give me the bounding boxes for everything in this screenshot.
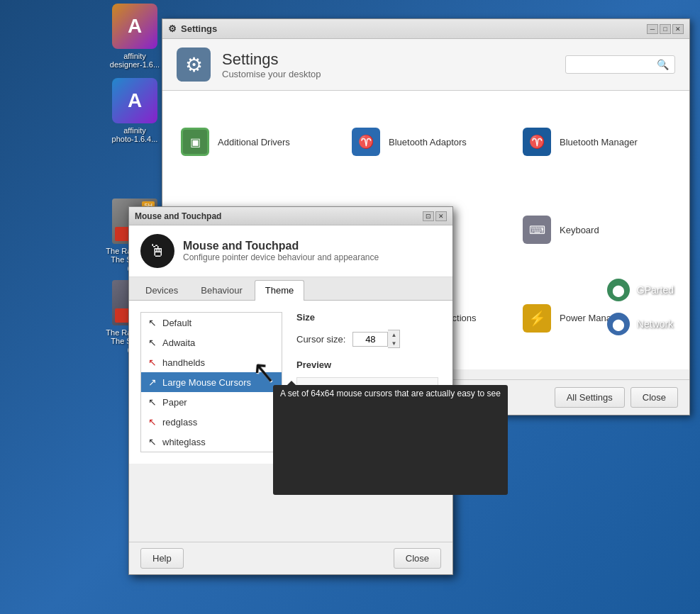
cursor-arrow-handhelds: ↖ xyxy=(148,357,157,368)
settings-title-icon: ⚙ xyxy=(168,23,177,34)
cursor-size-row: Cursor size: ▲ ▼ xyxy=(296,330,438,348)
mouse-win-controls: ⊡ ✕ xyxy=(423,211,447,221)
settings-item-additional-drivers[interactable]: ▣ Additional Drivers xyxy=(170,98,340,186)
cursor-arrow-large-mouse: ↗ xyxy=(148,376,157,388)
cursor-theme-redglass[interactable]: ↖ redglass xyxy=(141,412,282,432)
mouse-close-button[interactable]: Close xyxy=(394,548,441,569)
settings-win-controls: ─ □ ✕ xyxy=(647,24,684,34)
keyboard-label: Keyboard xyxy=(560,225,599,235)
settings-header-text: Settings Customise your desktop xyxy=(222,50,321,79)
settings-item-bluetooth-manager[interactable]: ♈ Bluetooth Manager xyxy=(511,98,682,186)
settings-item-keyboard[interactable]: ⌨ Keyboard xyxy=(511,186,682,274)
size-section: Size Cursor size: ▲ ▼ xyxy=(296,312,438,348)
settings-maximize-btn[interactable]: □ xyxy=(660,24,671,34)
mouse-bottom-bar: Help Close xyxy=(129,542,452,574)
power-icon: ⚡ xyxy=(523,304,551,333)
additional-drivers-icon: ▣ xyxy=(181,128,209,156)
affinity-designer-label: affinitydesigner-1.6... xyxy=(110,52,160,69)
desktop-icon-affinity-photo[interactable]: A affinityphoto-1.6.4... xyxy=(103,78,167,143)
mouse-app-subtitle: Configure pointer device behaviour and a… xyxy=(183,252,379,262)
mouse-app-title: Mouse and Touchpad xyxy=(183,240,379,252)
bluetooth-manager-label: Bluetooth Manager xyxy=(560,137,638,147)
cursor-size-input[interactable] xyxy=(352,332,388,347)
affinity-photo-label: affinityphoto-1.6.4... xyxy=(112,126,158,143)
cursor-arrow-redglass: ↖ xyxy=(148,416,157,428)
mouse-close-btn[interactable]: ✕ xyxy=(435,211,447,221)
cursor-arrow-paper: ↖ xyxy=(148,396,157,408)
settings-item-bluetooth-adaptors[interactable]: ♈ Bluetooth Adaptors xyxy=(340,98,511,186)
cursor-theme-paper[interactable]: ↖ Paper xyxy=(141,392,282,412)
settings-titlebar: ⚙ Settings ─ □ ✕ xyxy=(162,19,689,39)
cursor-arrow-whiteglass: ↖ xyxy=(148,436,157,447)
cursor-size-spinner: ▲ ▼ xyxy=(388,330,400,348)
cursor-theme-adwaita[interactable]: ↖ Adwaita xyxy=(141,333,282,352)
preview-section-title: Preview xyxy=(296,359,438,370)
additional-drivers-label: Additional Drivers xyxy=(218,137,290,147)
mouse-tabs-bar: Devices Behaviour Theme xyxy=(129,277,452,301)
keyboard-icon: ⌨ xyxy=(523,216,551,244)
mouse-app-icon: 🖱 xyxy=(140,234,174,268)
tab-devices[interactable]: Devices xyxy=(135,280,189,300)
mouse-header-text: Mouse and Touchpad Configure pointer dev… xyxy=(183,240,379,262)
mouse-titlebar: Mouse and Touchpad ⊡ ✕ xyxy=(129,207,452,225)
cursor-size-down[interactable]: ▼ xyxy=(388,339,399,347)
affinity-photo-icon: A xyxy=(112,78,157,123)
cursor-arrow-adwaita: ↖ xyxy=(148,337,157,348)
gparted-label: GParted xyxy=(637,284,674,296)
settings-header: ⚙ Settings Customise your desktop 🔍 xyxy=(162,39,689,91)
settings-title-text: Settings xyxy=(181,23,217,34)
mouse-header: 🖱 Mouse and Touchpad Configure pointer d… xyxy=(129,225,452,277)
gparted-item[interactable]: ⬤ GParted xyxy=(599,273,682,307)
cursor-theme-tooltip: A set of 64x64 mouse cursors that are ac… xyxy=(273,385,508,495)
bluetooth-adaptors-label: Bluetooth Adaptors xyxy=(389,137,467,147)
search-icon: 🔍 xyxy=(657,59,669,70)
affinity-designer-icon: A xyxy=(112,4,157,49)
cursor-size-label: Cursor size: xyxy=(296,334,345,345)
cursor-arrow-default: ↖ xyxy=(148,317,157,328)
settings-close-btn[interactable]: ✕ xyxy=(672,24,684,34)
cursor-size-up[interactable]: ▲ xyxy=(388,330,399,339)
settings-close-button[interactable]: Close xyxy=(630,387,678,408)
settings-search-input[interactable] xyxy=(572,60,657,70)
bluetooth-manager-icon: ♈ xyxy=(523,128,551,156)
cursor-size-input-wrap: ▲ ▼ xyxy=(352,330,400,348)
cursor-theme-whiteglass[interactable]: ↖ whiteglass xyxy=(141,432,282,452)
right-panel: ⬤ GParted ⬤ Network xyxy=(599,273,682,341)
settings-minimize-btn[interactable]: ─ xyxy=(647,24,658,34)
network-item-label: Network xyxy=(637,318,673,330)
mouse-restore-btn[interactable]: ⊡ xyxy=(423,211,434,221)
tab-behaviour[interactable]: Behaviour xyxy=(190,280,253,300)
size-section-title: Size xyxy=(296,312,438,323)
settings-subtitle: Customise your desktop xyxy=(222,69,321,79)
mouse-help-button[interactable]: Help xyxy=(140,548,184,569)
settings-main-title: Settings xyxy=(222,50,321,69)
bluetooth-adaptors-icon: ♈ xyxy=(352,128,380,156)
tab-theme[interactable]: Theme xyxy=(255,280,304,301)
network-item-icon: ⬤ xyxy=(607,313,630,335)
all-settings-button[interactable]: All Settings xyxy=(555,387,625,408)
mouse-window-title: Mouse and Touchpad xyxy=(135,211,221,221)
cursor-theme-default[interactable]: ↖ Default xyxy=(141,313,282,333)
settings-search-box[interactable]: 🔍 xyxy=(565,55,675,74)
gparted-icon: ⬤ xyxy=(607,279,630,301)
desktop-icon-affinity-designer[interactable]: A affinitydesigner-1.6... xyxy=(103,4,167,69)
network-item[interactable]: ⬤ Network xyxy=(599,307,682,341)
settings-gear-icon: ⚙ xyxy=(177,48,211,82)
